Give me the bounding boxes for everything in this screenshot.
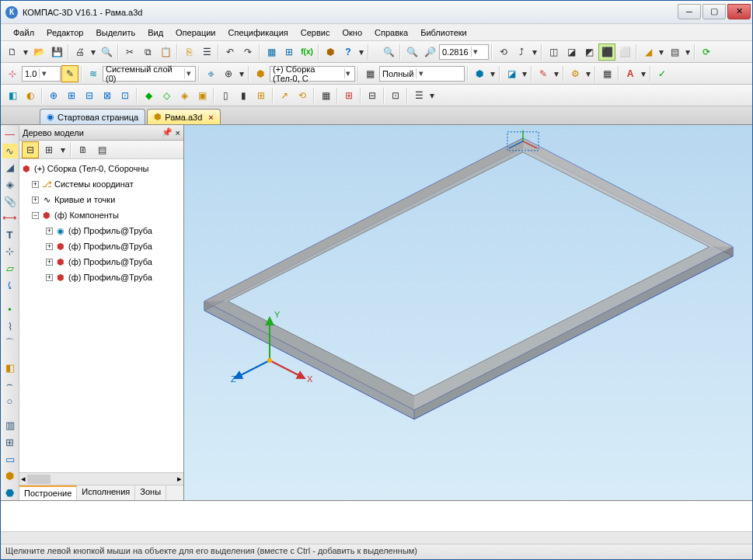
display-combo[interactable]: Полный ▾	[379, 66, 465, 82]
tree-node[interactable]: + ∿ Кривые и точки	[21, 192, 182, 207]
tree-tab-zones[interactable]: Зоны	[135, 485, 166, 500]
tree-node[interactable]: + ⬢ (ф) Профиль@Труба	[21, 270, 182, 285]
point-button[interactable]: ⊕	[220, 65, 237, 82]
tree-props-button[interactable]: ▤	[93, 141, 110, 158]
orient-button[interactable]: ⤴	[513, 43, 530, 61]
style-button[interactable]: ✎	[61, 65, 78, 82]
persp-dropdown[interactable]: ▾	[657, 43, 665, 61]
zoom-value-combo[interactable]: 0.2816 ▾	[439, 44, 489, 60]
explode-button[interactable]: ⊡	[387, 87, 404, 104]
tree-scrollbar[interactable]: ◂▸	[19, 472, 183, 485]
move-button[interactable]: ↗	[276, 87, 293, 104]
lv-part[interactable]: ⬢	[2, 468, 18, 484]
lv-fillet[interactable]: ⌢	[2, 377, 18, 392]
rebuild-button[interactable]: ⟳	[698, 43, 715, 61]
add-button[interactable]: ⊕	[45, 87, 62, 104]
lv-rect[interactable]: ▭	[2, 451, 18, 467]
tree-doc-button[interactable]: 🗎	[75, 141, 92, 158]
spec-button[interactable]: ▦	[263, 43, 280, 61]
mate3-button[interactable]: ◈	[176, 87, 193, 104]
tree-filter-button[interactable]: ⊞	[40, 141, 58, 158]
tree-tab-exec[interactable]: Исполнения	[77, 485, 135, 500]
lv-line[interactable]: —	[2, 127, 18, 142]
nohidden-button[interactable]: ◩	[580, 43, 598, 61]
expand-icon[interactable]: +	[46, 259, 53, 266]
assembly-combo[interactable]: (+) Сборка (Тел-0, С ▾	[270, 66, 355, 82]
cut-button[interactable]: ✂	[121, 43, 138, 61]
help-button[interactable]: ?	[340, 43, 357, 61]
orient-dropdown[interactable]: ▾	[531, 43, 539, 61]
zoom-out-button[interactable]: 🔎	[421, 43, 438, 61]
lv-axis[interactable]: ⊹	[2, 244, 18, 259]
lineweight-combo[interactable]: 1.0 ▾	[22, 66, 61, 82]
expand-icon[interactable]: +	[32, 181, 39, 188]
collapse-icon[interactable]: −	[32, 212, 39, 219]
snap-button[interactable]: ⊹	[4, 65, 21, 82]
undo-button[interactable]: ↶	[221, 43, 239, 61]
wireframe-button[interactable]: ◫	[545, 43, 562, 61]
maximize-button[interactable]: ▢	[702, 4, 726, 19]
tree-node[interactable]: − ⬢ (ф) Компоненты	[21, 207, 182, 223]
grid-button[interactable]: ▦	[317, 87, 334, 104]
list-button[interactable]: ☰	[410, 87, 427, 104]
tree-node[interactable]: + ⎇ Системы координат	[21, 176, 182, 192]
redo-button[interactable]: ↷	[239, 43, 256, 61]
paste-button[interactable]: 📋	[157, 43, 174, 61]
body-button[interactable]: ⬢	[471, 65, 488, 82]
config-button[interactable]: ⚙	[566, 65, 584, 82]
expand-icon[interactable]: +	[46, 274, 53, 281]
lv-clip[interactable]: 📎	[2, 193, 18, 209]
tree-button[interactable]: ⊟	[364, 87, 381, 104]
horizontal-scrollbar[interactable]	[1, 531, 752, 544]
lv-shell[interactable]: ◈	[2, 177, 18, 193]
tree-dropdown[interactable]: ▾	[59, 141, 67, 158]
mate4-button[interactable]: ▣	[193, 87, 211, 104]
print-dropdown[interactable]: ▾	[89, 43, 97, 61]
tree-node[interactable]: + ⬢ (ф) Профиль@Труба	[21, 238, 182, 254]
zoom-window-button[interactable]: 🔍	[380, 43, 397, 61]
section-button[interactable]: ▤	[666, 43, 683, 61]
lv-array[interactable]: ⊞	[2, 435, 18, 450]
help-dropdown[interactable]: ▾	[357, 43, 365, 61]
text-dropdown[interactable]: ▾	[640, 65, 647, 82]
cs-dropdown[interactable]: ▾	[238, 65, 246, 82]
preview-button[interactable]: 🔍	[98, 43, 115, 61]
lv-surface[interactable]: ◢	[2, 160, 18, 176]
pattern-button[interactable]: ⊞	[340, 87, 357, 104]
lv-plane[interactable]: ▱	[2, 261, 18, 277]
minimize-button[interactable]: ─	[678, 4, 701, 19]
config-dropdown[interactable]: ▾	[584, 65, 592, 82]
close-button[interactable]: ✕	[727, 4, 751, 19]
extrude-button[interactable]: ◧	[4, 87, 21, 104]
menu-view[interactable]: Вид	[141, 26, 169, 40]
part-button[interactable]: ◪	[503, 65, 520, 82]
lv-extrude[interactable]: ◧	[2, 360, 18, 375]
tab-rama[interactable]: ⬢ Рама.a3d ×	[147, 109, 221, 124]
menu-libs[interactable]: Библиотеки	[414, 26, 473, 40]
new-dropdown[interactable]: ▾	[22, 43, 30, 61]
section-dropdown[interactable]: ▾	[684, 43, 692, 61]
edit-dropdown[interactable]: ▾	[553, 65, 560, 82]
shaded-edges-button[interactable]: ⬜	[616, 43, 633, 61]
rotate-button[interactable]: ⟲	[495, 43, 512, 61]
edit-button[interactable]: ✎	[535, 65, 552, 82]
menu-spec[interactable]: Спецификация	[222, 26, 295, 40]
cs-button[interactable]: ⎆	[202, 65, 219, 82]
tree-close-icon[interactable]: ×	[176, 128, 180, 137]
mate2-button[interactable]: ◇	[158, 87, 175, 104]
tab-start[interactable]: ◉ Стартовая страница	[40, 109, 145, 124]
menu-window[interactable]: Окно	[336, 26, 368, 40]
tree-node[interactable]: + ⬢ (ф) Профиль@Труба	[21, 254, 182, 270]
fx-button[interactable]: f(x)	[298, 43, 315, 61]
check-button[interactable]: ✓	[654, 65, 671, 82]
add4-button[interactable]: ⊠	[99, 87, 116, 104]
part-dropdown[interactable]: ▾	[521, 65, 528, 82]
lv-helix[interactable]: ⌇	[2, 318, 18, 334]
model-tree[interactable]: ⬢ (+) Сборка (Тел-0, Сборочны + ⎇ Систем…	[19, 159, 183, 472]
hidden-button[interactable]: ◪	[563, 43, 580, 61]
expand-icon[interactable]: +	[46, 228, 53, 235]
tree-root[interactable]: ⬢ (+) Сборка (Тел-0, Сборочны	[21, 161, 182, 176]
revolve-button[interactable]: ◐	[22, 87, 39, 104]
menu-help[interactable]: Справка	[368, 26, 414, 40]
tab-close-icon[interactable]: ×	[208, 113, 213, 122]
